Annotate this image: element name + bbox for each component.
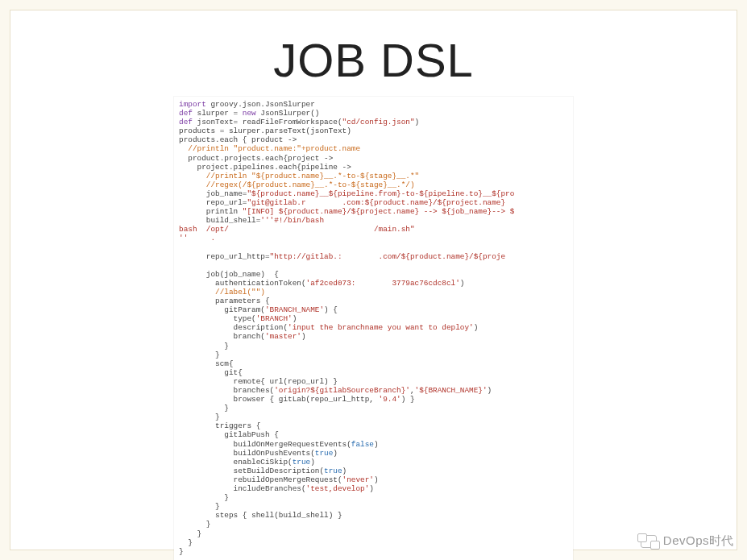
code-token: gitParam( xyxy=(179,305,265,314)
code-token: 'af2ced073: 3779ac76cdc8cl' xyxy=(306,279,460,288)
code-token: 'BRANCH' xyxy=(256,314,293,323)
code-token: true xyxy=(324,467,342,475)
code-token: repo_url_http= xyxy=(179,252,270,261)
code-token: "${product.name}__${pipeline.from}-to-${… xyxy=(247,189,514,198)
code-token: ) xyxy=(301,332,306,341)
code-line: project.pipelines.each{pipeline -> xyxy=(179,163,351,172)
code-token: ) xyxy=(374,440,379,449)
code-token: 'master' xyxy=(265,332,301,341)
code-token: ) xyxy=(293,314,297,323)
code-token: authenticationToken( xyxy=(179,279,306,288)
code-token: includeBranches( xyxy=(179,484,306,493)
code-token: ) } xyxy=(401,395,415,404)
code-line: } xyxy=(179,520,210,529)
code-token: println xyxy=(179,207,243,216)
code-line: } xyxy=(179,538,193,547)
code-token: ) xyxy=(369,484,374,493)
code-line: parameters { xyxy=(179,297,270,305)
code-token: buildOnMergeRequestEvents( xyxy=(179,440,351,449)
code-token: import xyxy=(179,100,206,109)
code-line: } xyxy=(179,547,184,556)
code-token: ) xyxy=(374,475,379,484)
code-line: } xyxy=(179,404,229,413)
code-token: 'test,develop' xyxy=(306,484,370,493)
code-token: true xyxy=(293,458,311,467)
code-token: build_shell= xyxy=(179,216,260,225)
code-token: branch( xyxy=(179,332,265,341)
code-token: job_name= xyxy=(179,189,247,198)
code-line: gitlabPush { xyxy=(179,430,279,439)
code-line: } xyxy=(179,413,220,421)
code-token: '${BRANCH_NAME}' xyxy=(415,386,488,395)
code-token: jsonText= readFileFromWorkspace( xyxy=(193,118,342,127)
code-token: groovy.json.JsonSlurper xyxy=(206,100,315,109)
watermark-label: DevOps时代 xyxy=(663,533,734,549)
code-token: branches( xyxy=(179,386,274,395)
code-line: } xyxy=(179,502,220,511)
code-token: setBuildDescription( xyxy=(179,467,324,475)
code-token: ) xyxy=(488,386,492,395)
code-line: products = slurper.parseText(jsonText) xyxy=(179,127,351,135)
code-token: repo_url= xyxy=(179,198,247,207)
code-token: ) xyxy=(342,467,347,475)
code-line: product.projects.each{project -> xyxy=(179,154,333,163)
code-token: true xyxy=(315,449,334,458)
code-token: bash /opt/ /main.sh" xyxy=(179,225,415,234)
code-token: ) xyxy=(310,458,315,467)
code-token: enableCiSkip( xyxy=(179,458,293,467)
code-token: 'input the branchname you want to deploy… xyxy=(288,323,474,332)
code-token: 'never' xyxy=(342,475,374,484)
code-token: ) xyxy=(460,279,465,288)
code-line: } xyxy=(179,342,229,351)
code-line: scm{ xyxy=(179,359,234,368)
code-line: } xyxy=(179,529,201,538)
code-token: '9.4' xyxy=(379,395,401,404)
code-token: '''#!/bin/bash xyxy=(260,216,324,225)
code-token: JsonSlurper() xyxy=(256,109,320,118)
chat-bubbles-icon xyxy=(641,535,657,548)
code-comment: //label("") xyxy=(179,288,265,297)
code-token: buildOnPushEvents( xyxy=(179,449,315,458)
code-line: steps { shell(build_shell) } xyxy=(179,511,342,520)
code-token: ) xyxy=(415,118,420,127)
code-line: remote{ url(repo_url) } xyxy=(179,377,338,386)
code-line: products.each { product -> xyxy=(179,135,297,144)
code-token: browser { gitLab(repo_url_http, xyxy=(179,395,379,404)
code-token: type( xyxy=(179,314,256,323)
code-token: def xyxy=(179,118,193,127)
slide-title: JOB DSL xyxy=(10,33,737,87)
code-token: slurper = xyxy=(193,109,243,118)
code-token: def xyxy=(179,109,193,118)
code-line: git{ xyxy=(179,368,243,377)
code-line: job(job_name) { xyxy=(179,270,279,279)
slide-frame: JOB DSL import groovy.json.JsonSlurper d… xyxy=(10,10,737,550)
code-token: "[INFO] ${product.name}/${project.name} … xyxy=(243,207,515,216)
code-token: new xyxy=(243,109,256,118)
code-comment: //regex(/${product.name}__.*-to-${stage}… xyxy=(179,180,415,189)
code-token: 'origin?${gitlabSourceBranch}' xyxy=(274,386,410,395)
code-line: triggers { xyxy=(179,421,260,430)
code-token: ) { xyxy=(324,305,338,314)
code-token: ) xyxy=(474,323,479,332)
code-token: rebuildOpenMergeRequest( xyxy=(179,475,342,484)
code-token: "git@gitlab.r .com:${product.name}/${pro… xyxy=(247,198,505,207)
code-token: 'BRANCH_NAME' xyxy=(265,305,324,314)
code-token: "http://gitlab.: .com/${product.name}/${… xyxy=(270,252,506,261)
code-token: "cd/config.json" xyxy=(342,118,415,127)
code-token: ) xyxy=(333,449,338,458)
code-comment: //println "${product.name}__.*-to-${stag… xyxy=(179,172,419,180)
code-token: false xyxy=(351,440,374,449)
code-line: } xyxy=(179,351,220,359)
code-snippet: import groovy.json.JsonSlurper def slurp… xyxy=(174,97,573,560)
code-token: '' . xyxy=(179,234,215,243)
watermark: DevOps时代 xyxy=(641,533,734,549)
code-token: description( xyxy=(179,323,288,332)
code-comment: //println "product.name:"+product.name xyxy=(179,144,360,153)
code-line: } xyxy=(179,493,229,502)
